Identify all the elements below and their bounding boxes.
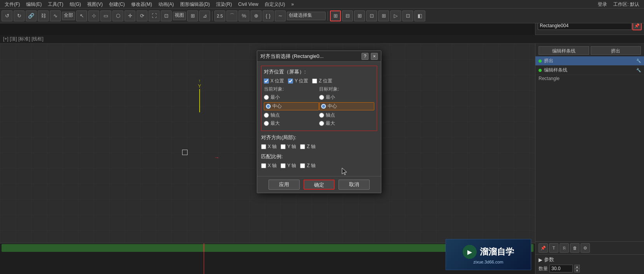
current-min-item[interactable]: 最小: [264, 94, 319, 101]
bind-btn[interactable]: ∿: [50, 10, 61, 21]
rp-pin2-icon[interactable]: 📌: [539, 243, 548, 253]
x-axis-cb-item[interactable]: X 轴: [261, 143, 277, 150]
params-header[interactable]: ▶ 参数: [539, 256, 641, 263]
undo-btn[interactable]: ↺: [2, 10, 12, 21]
quantity-up-btn[interactable]: ▲: [574, 265, 580, 269]
select-region-btn[interactable]: ⊹: [88, 10, 99, 21]
visibility-dot-editspline[interactable]: [539, 69, 542, 72]
modifier-item-extrude[interactable]: 挤出 🔧: [535, 56, 644, 66]
my-axis-cb-item[interactable]: Y 轴: [281, 162, 296, 169]
render3-btn[interactable]: ◧: [414, 10, 425, 21]
my-axis-checkbox[interactable]: [281, 163, 286, 168]
rp-delete-icon[interactable]: 🗑: [570, 243, 579, 253]
spinr-btn[interactable]: ⊕: [251, 10, 261, 21]
target-pivot-item[interactable]: 轴点: [319, 112, 374, 119]
menu-edit[interactable]: 编辑(E): [23, 0, 45, 9]
unlink-btn[interactable]: ⛓: [38, 10, 49, 21]
menu-civil-view[interactable]: Civil View: [235, 0, 261, 9]
current-pivot-item[interactable]: 轴点: [264, 112, 319, 119]
mx-axis-cb-item[interactable]: X 轴: [261, 162, 277, 169]
menu-graph-editor[interactable]: 图形编辑器(D): [177, 0, 213, 9]
tilde-btn[interactable]: ∼: [275, 10, 286, 21]
layer-btn[interactable]: ⊡: [366, 10, 377, 21]
angle-btn[interactable]: ⊿: [199, 10, 210, 21]
z-position-checkbox[interactable]: [312, 79, 317, 84]
selection-set-dropdown[interactable]: 创建选择集: [287, 12, 326, 20]
menu-tools[interactable]: 工具(T): [45, 0, 66, 9]
move-btn[interactable]: ✛: [125, 10, 135, 21]
target-pivot-radio[interactable]: [319, 113, 324, 118]
extrude-btn[interactable]: 挤出: [591, 46, 641, 55]
view-mode-dropdown[interactable]: 视图: [173, 12, 186, 20]
fence-select-btn[interactable]: ⬡: [112, 10, 123, 21]
target-max-item[interactable]: 最大: [319, 120, 374, 127]
target-max-radio[interactable]: [319, 121, 324, 126]
x-position-cb-item[interactable]: X 位置: [264, 78, 284, 84]
cancel-button[interactable]: 取消: [339, 180, 370, 190]
current-center-radio[interactable]: [266, 104, 271, 109]
x-axis-checkbox[interactable]: [261, 144, 266, 149]
ref-coord-btn[interactable]: ⊡: [161, 10, 172, 21]
quantity-down-btn[interactable]: ▼: [574, 269, 580, 272]
menu-group[interactable]: 组(G): [67, 0, 84, 9]
x-position-checkbox[interactable]: [264, 79, 269, 84]
menu-create[interactable]: 创建(C): [106, 0, 128, 9]
rp-text-icon[interactable]: T: [549, 243, 558, 253]
select-btn[interactable]: ↖: [76, 10, 87, 21]
target-min-item[interactable]: 最小: [319, 94, 374, 101]
rp-config-icon[interactable]: ⚙: [581, 243, 590, 253]
percent-btn[interactable]: %: [239, 10, 249, 21]
edit-spline-btn[interactable]: 编辑样条线: [539, 46, 589, 55]
target-center-radio[interactable]: [321, 104, 326, 109]
y-position-cb-item[interactable]: Y 位置: [288, 78, 308, 84]
current-max-item[interactable]: 最大: [264, 120, 319, 127]
num2[interactable]: 2.5: [214, 10, 225, 21]
current-max-radio[interactable]: [264, 121, 269, 126]
select-mode-dropdown[interactable]: 全部: [62, 12, 75, 20]
login-btn[interactable]: 登录: [595, 0, 610, 9]
ok-button[interactable]: 确定: [304, 180, 335, 190]
redo-btn[interactable]: ↻: [14, 10, 25, 21]
dialog-help-btn[interactable]: ?: [361, 53, 369, 60]
mx-axis-checkbox[interactable]: [261, 163, 266, 168]
menu-customize[interactable]: 自定义(U): [261, 0, 288, 9]
grid-btn[interactable]: ⊞: [354, 10, 365, 21]
align-dialog[interactable]: 对齐当前选择 (Rectangle0... ? × 对齐位置（屏幕）: X 位置: [257, 51, 381, 193]
rotate-btn[interactable]: ⟳: [137, 10, 147, 21]
menu-animation[interactable]: 动画(A): [155, 0, 177, 9]
rp-copy-icon[interactable]: ⎘: [560, 243, 569, 253]
render1-btn[interactable]: ▷: [390, 10, 401, 21]
y-axis-cb-item[interactable]: Y 轴: [281, 143, 296, 150]
apply-button[interactable]: 应用: [268, 180, 300, 190]
align-btn[interactable]: ⊟: [342, 10, 353, 21]
menu-file[interactable]: 文件(F): [2, 0, 23, 9]
view3-btn[interactable]: ⊞: [378, 10, 389, 21]
mirror-btn[interactable]: ⊞: [330, 10, 341, 21]
y-position-checkbox[interactable]: [288, 79, 293, 84]
target-center-item[interactable]: 中心: [319, 102, 374, 110]
current-center-item[interactable]: 中心: [264, 102, 319, 110]
menu-modifier[interactable]: 修改器(M): [128, 0, 155, 9]
quantity-input[interactable]: [549, 265, 573, 272]
z-axis-checkbox[interactable]: [300, 144, 305, 149]
target-min-radio[interactable]: [319, 95, 324, 100]
render2-btn[interactable]: ⊡: [402, 10, 413, 21]
rect-select-btn[interactable]: ▭: [100, 10, 111, 21]
menu-view[interactable]: 视图(V): [84, 0, 106, 9]
menu-render[interactable]: 渲染(R): [213, 0, 235, 9]
snap-btn[interactable]: ⊞: [187, 10, 198, 21]
z-position-cb-item[interactable]: Z 位置: [312, 78, 332, 84]
current-min-radio[interactable]: [264, 95, 269, 100]
dialog-title-bar[interactable]: 对齐当前选择 (Rectangle0... ? ×: [257, 51, 381, 62]
dialog-close-btn[interactable]: ×: [371, 53, 378, 60]
curve-btn[interactable]: ⌒: [226, 10, 237, 21]
visibility-dot-extrude[interactable]: [539, 59, 542, 63]
link-btn[interactable]: 🔗: [26, 10, 37, 21]
menu-more[interactable]: »: [288, 0, 297, 9]
z-axis-cb-item[interactable]: Z 轴: [300, 143, 316, 150]
mz-axis-checkbox[interactable]: [300, 163, 305, 168]
current-pivot-radio[interactable]: [264, 113, 269, 118]
modifier-item-editspline[interactable]: 编辑样条线 🔧: [535, 66, 644, 75]
mz-axis-cb-item[interactable]: Z 轴: [300, 162, 316, 169]
brace-btn[interactable]: { }: [263, 10, 274, 21]
